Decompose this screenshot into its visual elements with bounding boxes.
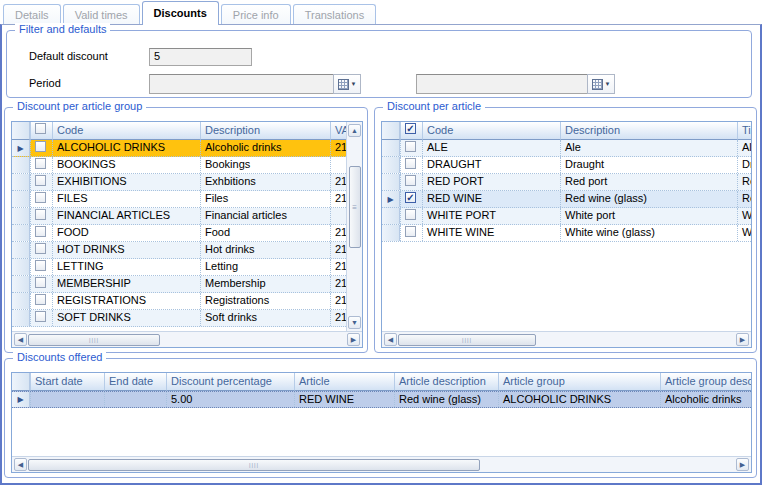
- table-row[interactable]: ▶ ALCOHOLIC DRINKS Alcoholic drinks 21: [12, 140, 346, 157]
- column-header-code[interactable]: Code: [422, 122, 560, 140]
- article-group-description-cell[interactable]: Alcoholic drinks: [660, 392, 751, 407]
- row-checkbox[interactable]: [35, 158, 46, 169]
- column-header-article-description[interactable]: Article description: [394, 373, 498, 391]
- row-checkbox[interactable]: [35, 226, 46, 237]
- column-header-article[interactable]: Article: [294, 373, 394, 391]
- description-cell[interactable]: Red wine (glass): [560, 191, 737, 207]
- row-checkbox[interactable]: [405, 141, 416, 152]
- row-checkbox[interactable]: ✓: [405, 192, 416, 203]
- discount-percentage-cell[interactable]: 5.00: [166, 392, 294, 407]
- table-row[interactable]: ▶ 5.00 RED WINE Red wine (glass) ALCOHOL…: [12, 391, 751, 408]
- row-checkbox[interactable]: [405, 209, 416, 220]
- row-checkbox-cell[interactable]: [30, 208, 52, 224]
- tab-translations[interactable]: Translations: [293, 4, 377, 24]
- code-cell[interactable]: ALE: [422, 140, 560, 156]
- period-to-input[interactable]: [416, 74, 587, 94]
- table-row[interactable]: SOFT DRINKS Soft drinks 21: [12, 310, 346, 327]
- row-checkbox[interactable]: [35, 209, 46, 220]
- scroll-down-icon[interactable]: ▼: [348, 316, 361, 329]
- column-header-discount-percentage[interactable]: Discount percentage: [166, 373, 294, 391]
- title-cell[interactable]: W: [737, 208, 751, 224]
- code-cell[interactable]: SOFT DRINKS: [52, 310, 200, 326]
- description-cell[interactable]: Exhbitions: [200, 174, 330, 190]
- scroll-left-icon[interactable]: ◀: [14, 333, 27, 346]
- description-cell[interactable]: Alcoholic drinks: [200, 140, 330, 156]
- horizontal-scrollbar[interactable]: ◀ |||| ▶: [382, 331, 751, 347]
- horizontal-scrollbar[interactable]: ◀ |||| ▶: [12, 456, 751, 472]
- tab-price-info[interactable]: Price info: [221, 4, 291, 24]
- row-checkbox-cell[interactable]: [400, 140, 422, 156]
- vertical-scrollbar[interactable]: ▲ ≡ ▼: [346, 122, 362, 331]
- code-cell[interactable]: FOOD: [52, 225, 200, 241]
- select-all-checkbox[interactable]: [35, 123, 46, 134]
- row-checkbox-cell[interactable]: ✓: [400, 191, 422, 207]
- table-row[interactable]: WHITE WINE White wine (glass) W: [382, 225, 751, 242]
- scroll-left-icon[interactable]: ◀: [384, 333, 397, 346]
- title-cell[interactable]: Dr: [737, 157, 751, 173]
- code-cell[interactable]: WHITE WINE: [422, 225, 560, 241]
- table-row[interactable]: WHITE PORT White port W: [382, 208, 751, 225]
- code-cell[interactable]: HOT DRINKS: [52, 242, 200, 258]
- table-row[interactable]: ALE Ale Al: [382, 140, 751, 157]
- description-cell[interactable]: Registrations: [200, 293, 330, 309]
- column-header-vat[interactable]: VAT: [330, 122, 346, 140]
- code-cell[interactable]: RED PORT: [422, 174, 560, 190]
- code-cell[interactable]: LETTING: [52, 259, 200, 275]
- article-description-cell[interactable]: Red wine (glass): [394, 392, 498, 407]
- scroll-left-icon[interactable]: ◀: [14, 458, 27, 471]
- row-checkbox[interactable]: [405, 158, 416, 169]
- vat-cell[interactable]: 21: [330, 140, 346, 156]
- column-header-description[interactable]: Description: [200, 122, 330, 140]
- description-cell[interactable]: Letting: [200, 259, 330, 275]
- scroll-right-icon[interactable]: ▶: [347, 333, 360, 346]
- vat-cell[interactable]: 21: [330, 310, 346, 326]
- vat-cell[interactable]: [330, 208, 346, 224]
- row-checkbox[interactable]: [35, 311, 46, 322]
- column-header-title[interactable]: Ti: [737, 122, 751, 140]
- description-cell[interactable]: Files: [200, 191, 330, 207]
- table-row[interactable]: DRAUGHT Draught Dr: [382, 157, 751, 174]
- row-checkbox[interactable]: [35, 175, 46, 186]
- table-row[interactable]: MEMBERSHIP Membership 21: [12, 276, 346, 293]
- vat-cell[interactable]: [330, 157, 346, 173]
- row-checkbox-cell[interactable]: [400, 225, 422, 241]
- default-discount-input[interactable]: 5: [149, 48, 252, 66]
- table-row[interactable]: LETTING Letting 21: [12, 259, 346, 276]
- code-cell[interactable]: DRAUGHT: [422, 157, 560, 173]
- title-cell[interactable]: Al: [737, 140, 751, 156]
- vat-cell[interactable]: 21: [330, 191, 346, 207]
- scroll-right-icon[interactable]: ▶: [736, 333, 749, 346]
- table-row[interactable]: ▶ ✓ RED WINE Red wine (glass) Re: [382, 191, 751, 208]
- description-cell[interactable]: Food: [200, 225, 330, 241]
- horizontal-scrollbar[interactable]: ◀ |||| ▶: [12, 331, 362, 347]
- code-cell[interactable]: EXHIBITIONS: [52, 174, 200, 190]
- start-date-cell[interactable]: [30, 392, 104, 407]
- column-header-article-group-description[interactable]: Article group description: [660, 373, 751, 391]
- table-row[interactable]: EXHIBITIONS Exhbitions 21: [12, 174, 346, 191]
- row-checkbox-cell[interactable]: [30, 191, 52, 207]
- column-header-article-group[interactable]: Article group: [498, 373, 660, 391]
- column-header-end-date[interactable]: End date: [104, 373, 166, 391]
- tab-valid-times[interactable]: Valid times: [63, 4, 140, 24]
- table-row[interactable]: REGISTRATIONS Registrations 21: [12, 293, 346, 310]
- description-cell[interactable]: Ale: [560, 140, 737, 156]
- scrollbar-thumb[interactable]: ||||: [28, 334, 160, 346]
- code-cell[interactable]: WHITE PORT: [422, 208, 560, 224]
- period-to-calendar-button[interactable]: ▼: [587, 74, 615, 94]
- scrollbar-thumb[interactable]: ≡: [349, 166, 361, 248]
- column-header-description[interactable]: Description: [560, 122, 737, 140]
- select-all-checkbox-cell[interactable]: ✓: [400, 122, 422, 140]
- vat-cell[interactable]: 21: [330, 259, 346, 275]
- row-checkbox-cell[interactable]: [30, 276, 52, 292]
- row-checkbox[interactable]: [35, 141, 46, 152]
- description-cell[interactable]: Red port: [560, 174, 737, 190]
- vat-cell[interactable]: 21: [330, 242, 346, 258]
- description-cell[interactable]: Draught: [560, 157, 737, 173]
- description-cell[interactable]: White port: [560, 208, 737, 224]
- row-checkbox-cell[interactable]: [30, 242, 52, 258]
- row-checkbox-cell[interactable]: [30, 310, 52, 326]
- code-cell[interactable]: FINANCIAL ARTICLES: [52, 208, 200, 224]
- scrollbar-thumb[interactable]: ||||: [398, 334, 536, 346]
- row-checkbox-cell[interactable]: [30, 157, 52, 173]
- vat-cell[interactable]: 21: [330, 174, 346, 190]
